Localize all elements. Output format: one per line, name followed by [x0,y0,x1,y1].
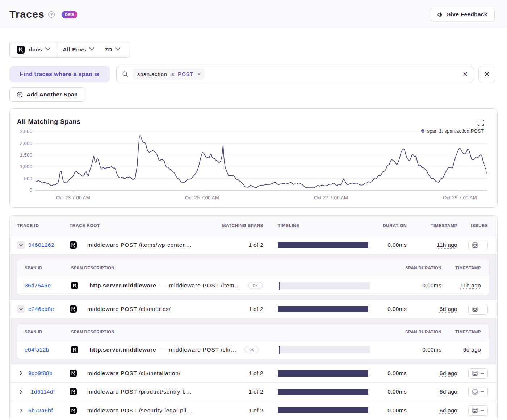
svg-text:1,500: 1,500 [20,152,32,158]
svg-text:1,000: 1,000 [20,164,32,169]
svg-text:Oct 29 7:00 AM: Oct 29 7:00 AM [443,195,477,200]
svg-text:0: 0 [29,187,32,193]
svg-text:2,500: 2,500 [20,129,32,134]
svg-text:Oct 25 7:00 AM: Oct 25 7:00 AM [185,195,219,200]
svg-text:500: 500 [24,176,32,181]
svg-text:2,000: 2,000 [20,141,32,146]
svg-text:Oct 23 7:00 AM: Oct 23 7:00 AM [56,195,90,200]
svg-text:Oct 27 7:00 AM: Oct 27 7:00 AM [314,195,348,200]
